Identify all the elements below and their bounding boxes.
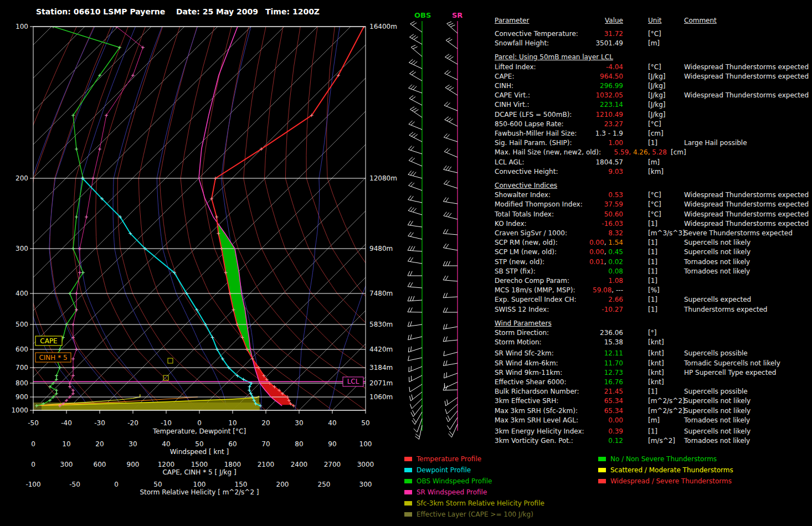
date-title: Date: 25 May 2009 — [176, 7, 258, 16]
wind-barb — [408, 324, 422, 327]
table-row: SR Wind 4km-6km:11.70[knt]Tornadic Super… — [495, 359, 812, 369]
wind-barb — [444, 105, 458, 111]
table-header: Parameter Value Unit Comment — [495, 17, 812, 26]
table-row: Max 3km SRH Level AGL:0.00[m]Tornadoes n… — [495, 416, 812, 426]
parameter-value: 964.50 — [600, 73, 623, 80]
parameter-value: 3501.49 — [595, 39, 623, 47]
parameter-unit: [J/kg] — [648, 73, 666, 80]
wind-barb — [408, 236, 422, 239]
parameter-label: SB STP (fix): — [495, 267, 536, 275]
legend-swatch — [404, 490, 412, 494]
parameter-comment: Widespread Thunderstorms expected — [684, 191, 809, 199]
parameter-label: SR Wind Sfc-2km: — [495, 349, 554, 357]
parcel-curve — [199, 27, 282, 406]
wind-barb — [409, 99, 422, 105]
parameter-value: 0.53 — [608, 191, 623, 199]
svg-text:12080m: 12080m — [369, 174, 397, 182]
wind-barb — [408, 312, 422, 313]
parameter-comment: Tornadoes not likely — [684, 258, 750, 266]
wind-barb — [408, 250, 422, 251]
parameter-value: 1032.05 — [595, 91, 623, 99]
parameter-comment: HP Supercell Type expected — [684, 369, 776, 377]
svg-text:5830m: 5830m — [369, 321, 393, 328]
obs-wind-column-label: OBS — [414, 11, 431, 19]
parameter-comment: Supercells not likely — [684, 239, 751, 246]
legend-swatch — [598, 457, 606, 461]
parameter-label: Bulk Richardson Number: — [495, 388, 579, 395]
wind-barb — [445, 120, 458, 126]
svg-text:-100: -100 — [25, 481, 40, 488]
parameter-unit: [cm] — [648, 130, 664, 137]
svg-text:500: 500 — [16, 321, 28, 328]
svg-text:200: 200 — [16, 174, 28, 182]
svg-text:90: 90 — [328, 440, 336, 448]
wind-barb — [443, 248, 458, 251]
parameter-comment: Widespread Thunderstorms expected — [684, 210, 809, 218]
svg-text:50: 50 — [195, 440, 203, 448]
parameter-label: MCS 18m/s (MMP, MSP): — [495, 286, 575, 294]
parameter-label: 3km Energy Helicity Index: — [495, 427, 584, 435]
table-row: 3km Energy Helicity Index:0.39[1]Superce… — [495, 427, 812, 437]
svg-text:9480m: 9480m — [369, 245, 393, 252]
svg-text:150: 150 — [235, 481, 248, 488]
svg-text:7480m: 7480m — [369, 290, 393, 297]
parameter-comment: Supercells expected — [684, 296, 751, 303]
table-row: SCP LM (new, old):0.00, 0.45[1]Supercell… — [495, 248, 812, 257]
parameter-label: Storm Motion: — [495, 338, 542, 346]
svg-text:-50: -50 — [69, 481, 80, 488]
legend-swatch — [404, 512, 412, 517]
parameter-unit: [°C] — [648, 120, 661, 128]
parameter-unit: [knt] — [648, 349, 664, 357]
parameter-value: 8.32 — [608, 229, 623, 237]
parameter-label: Derecho Comp Param: — [495, 277, 569, 285]
table-row: Total Totals Index:50.60[°C]Widespread T… — [495, 210, 812, 220]
parameter-unit: [J/kg] — [648, 101, 666, 109]
parameter-comment: Supercells not likely — [684, 248, 751, 256]
station-title: Station: 06610 LSMP Payerne — [36, 7, 165, 16]
wind-barb — [444, 373, 458, 378]
parameter-unit: [m] — [648, 158, 660, 166]
table-row: Exp. Supercell Index CH:2.66[1]Supercell… — [495, 296, 812, 305]
parameter-label: Convective Height: — [495, 168, 558, 176]
table-row: 850-600 Lapse Rate:23.27[°C] — [495, 120, 812, 130]
table-row: Sig. Hail Param. (SHIP):1.00[1]Large Hai… — [495, 139, 812, 148]
parameter-comment: Widespread Thunderstorms expected — [684, 63, 809, 71]
parameter-label: SCP RM (new, old): — [495, 239, 558, 246]
parameter-unit: [J/kg] — [648, 82, 666, 90]
table-row: DCAPE (LFS = 500mB):1210.49[J/kg] — [495, 111, 812, 120]
parameter-unit: [m^2/s^2] — [648, 407, 685, 415]
svg-text:1200: 1200 — [158, 461, 175, 468]
parameter-label: CAPE: — [495, 73, 514, 80]
section-title: Parcel: Using 50mB mean layer LCL — [495, 53, 613, 61]
time-title: Time: 1200Z — [265, 7, 320, 16]
parameter-value: 0.00 — [608, 416, 623, 424]
parameter-unit: [1] — [648, 267, 657, 275]
table-row: Craven SigSvr / 1000:8.32[m^3/s^3]Severe… — [495, 229, 812, 239]
table-row: Convective Height:9.03[km] — [495, 168, 812, 177]
parameter-unit: [%] — [648, 286, 660, 294]
parameter-comment: Widespread Thunderstorms expected — [684, 220, 809, 228]
svg-text:0: 0 — [31, 440, 35, 448]
parameter-unit: [knt] — [648, 359, 664, 367]
svg-text:40: 40 — [328, 419, 336, 427]
dry-adiabats — [3, 27, 574, 415]
table-row: STP (new, old):0.01, 0.02[1]Tornadoes no… — [495, 258, 812, 267]
parameter-value: 0.00, 0.45 — [589, 248, 623, 256]
table-row: CINH Virt.:223.14[J/kg] — [495, 101, 812, 110]
wind-barb — [408, 348, 422, 352]
table-row: SB STP (fix):0.08[1]Tornadoes not likely — [495, 267, 812, 277]
parameter-unit: [knt] — [648, 338, 664, 346]
parameter-comment: Tornadoes not likely — [684, 416, 750, 424]
legend-swatch — [598, 468, 606, 472]
svg-text:-20: -20 — [127, 419, 138, 427]
parameter-label: Total Totals Index: — [495, 210, 554, 218]
parameter-label: LCL AGL: — [495, 158, 525, 166]
parameter-unit: [1] — [648, 239, 657, 246]
parameter-label: 850-600 Lapse Rate: — [495, 120, 564, 128]
wind-barb — [451, 424, 458, 437]
parameter-label: Snowfall Height: — [495, 39, 549, 47]
parameter-value: 1.3 - 1.9 — [595, 130, 623, 137]
parameter-label: Storm Direction: — [495, 329, 549, 337]
svg-text:80: 80 — [295, 440, 303, 448]
table-row: SR Wind 9km-11km:12.73[knt]HP Supercell … — [495, 369, 812, 378]
